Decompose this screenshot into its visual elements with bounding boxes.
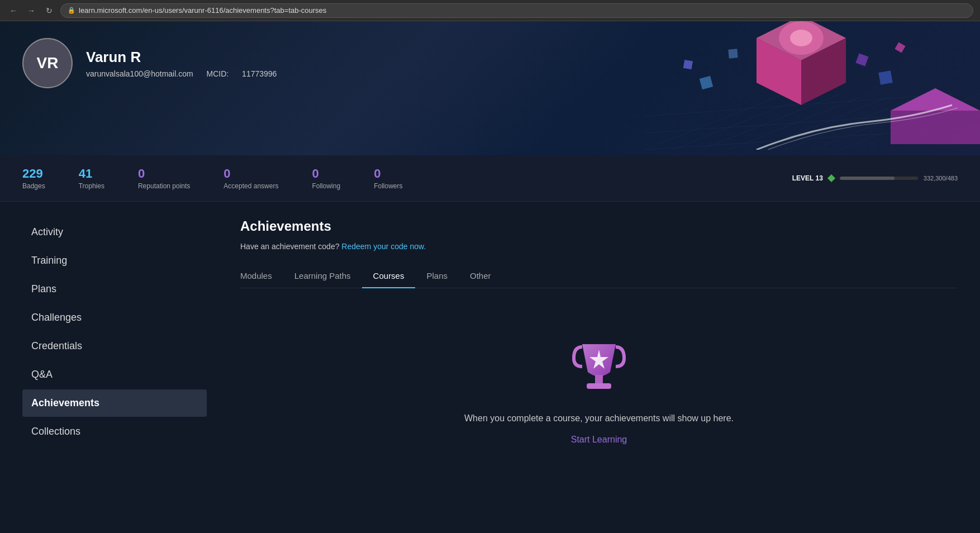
level-diamond-icon xyxy=(827,174,835,182)
code-prompt: Have an achievement code? xyxy=(240,242,339,251)
profile-mcid-label: MCID: xyxy=(207,69,229,78)
forward-button[interactable]: → xyxy=(25,4,38,17)
sidebar: Activity Training Plans Challenges Crede… xyxy=(0,202,218,533)
content-area: Achievements Have an achievement code? R… xyxy=(218,202,980,533)
sidebar-item-training[interactable]: Training xyxy=(22,247,207,274)
start-learning-link[interactable]: Start Learning xyxy=(571,435,627,445)
svg-marker-23 xyxy=(891,88,980,111)
empty-state-message: When you complete a course, your achieve… xyxy=(464,413,734,423)
profile-name: Varun R xyxy=(86,49,288,66)
tab-courses[interactable]: Courses xyxy=(362,266,416,288)
stat-following-value: 0 xyxy=(312,166,340,181)
sidebar-item-plans[interactable]: Plans xyxy=(22,275,207,303)
stat-accepted-label: Accepted answers xyxy=(223,182,278,190)
stat-badges: 229 Badges xyxy=(22,166,45,190)
stat-badges-label: Badges xyxy=(22,182,45,190)
stat-following-label: Following xyxy=(312,182,340,190)
main-layout: Activity Training Plans Challenges Crede… xyxy=(0,202,980,533)
url-text: learn.microsoft.com/en-us/users/varunr-6… xyxy=(79,6,326,15)
tab-other[interactable]: Other xyxy=(459,266,502,288)
sidebar-item-activity[interactable]: Activity xyxy=(22,218,207,246)
stat-reputation-value: 0 xyxy=(138,166,190,181)
sidebar-item-challenges[interactable]: Challenges xyxy=(22,304,207,331)
stat-badges-value: 229 xyxy=(22,166,45,181)
sidebar-item-achievements[interactable]: Achievements xyxy=(22,389,207,417)
profile-info: VR Varun R varunvalsala100@hotmail.com M… xyxy=(22,38,958,88)
level-section: LEVEL 13 332,300/483 xyxy=(792,174,958,182)
profile-meta: varunvalsala100@hotmail.com MCID: 117739… xyxy=(86,69,288,78)
svg-line-0 xyxy=(645,94,784,150)
back-button[interactable]: ← xyxy=(7,4,20,17)
stat-accepted-value: 0 xyxy=(223,166,278,181)
stat-reputation-label: Reputation points xyxy=(138,182,190,190)
stat-trophies: 41 Trophies xyxy=(79,166,104,190)
secure-icon: 🔒 xyxy=(68,7,75,14)
browser-chrome: ← → ↻ 🔒 learn.microsoft.com/en-us/users/… xyxy=(0,0,980,21)
tabs-row: Modules Learning Paths Courses Plans Oth… xyxy=(240,266,958,288)
reload-button[interactable]: ↻ xyxy=(42,4,56,17)
stat-followers-value: 0 xyxy=(374,166,402,181)
profile-text: Varun R varunvalsala100@hotmail.com MCID… xyxy=(86,49,288,78)
level-progress-bar xyxy=(840,177,918,180)
page-title: Achievements xyxy=(240,218,958,234)
profile-mcid: 11773996 xyxy=(242,69,277,78)
stat-reputation: 0 Reputation points xyxy=(138,166,190,190)
achievement-code-text: Have an achievement code? Redeem your co… xyxy=(240,242,958,251)
stat-trophies-value: 41 xyxy=(79,166,104,181)
tab-learning-paths[interactable]: Learning Paths xyxy=(283,266,362,288)
trophy-icon xyxy=(565,333,632,400)
level-xp: 332,300/483 xyxy=(924,175,958,182)
stat-trophies-label: Trophies xyxy=(79,182,104,190)
tab-plans[interactable]: Plans xyxy=(415,266,459,288)
address-bar[interactable]: 🔒 learn.microsoft.com/en-us/users/varunr… xyxy=(60,3,973,18)
empty-state: When you complete a course, your achieve… xyxy=(240,311,958,467)
stat-followers-label: Followers xyxy=(374,182,402,190)
stats-bar: 229 Badges 41 Trophies 0 Reputation poin… xyxy=(0,155,980,202)
sidebar-item-credentials[interactable]: Credentials xyxy=(22,332,207,360)
svg-rect-25 xyxy=(587,383,611,389)
stat-following: 0 Following xyxy=(312,166,340,190)
sidebar-item-collections[interactable]: Collections xyxy=(22,418,207,445)
redeem-link[interactable]: Redeem your code now. xyxy=(341,242,426,251)
stat-followers: 0 Followers xyxy=(374,166,402,190)
sidebar-item-qa[interactable]: Q&A xyxy=(22,361,207,388)
level-label: LEVEL 13 xyxy=(792,174,823,182)
profile-email: varunvalsala100@hotmail.com xyxy=(86,69,193,78)
profile-header: VR Varun R varunvalsala100@hotmail.com M… xyxy=(0,21,980,155)
level-bar-fill xyxy=(840,177,895,180)
tab-modules[interactable]: Modules xyxy=(240,266,283,288)
avatar: VR xyxy=(22,38,73,88)
stat-accepted: 0 Accepted answers xyxy=(223,166,278,190)
